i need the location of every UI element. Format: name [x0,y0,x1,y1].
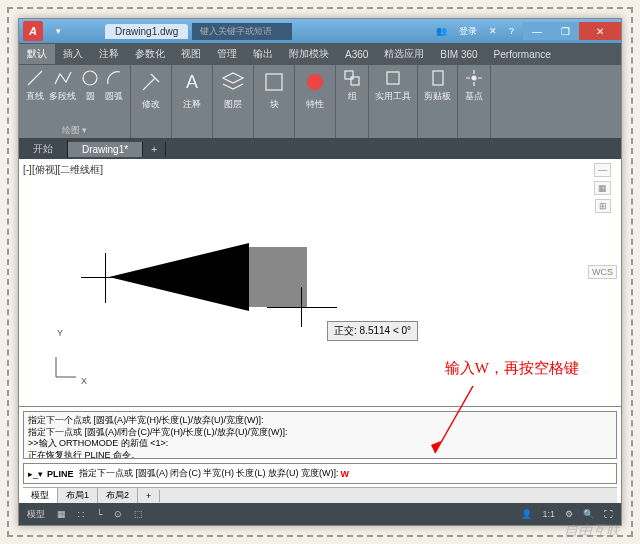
snap-icon[interactable]: ⸬ [76,509,86,520]
crosshair-v1 [105,253,106,303]
viewport-label[interactable]: [-][俯视][二维线框] [23,163,103,177]
tool-group[interactable]: 组 [342,68,362,103]
svg-point-0 [83,71,97,85]
minimize-button[interactable]: — [523,22,551,40]
tool-polyline[interactable]: 多段线 [49,68,76,103]
layout-add-icon[interactable]: + [138,490,160,502]
gear-icon[interactable]: ⚙ [563,509,575,519]
tool-modify[interactable]: 修改 [137,68,165,111]
viewport-controls: — ▦ ⊞ WCS [588,163,617,279]
input-tooltip: 正交: 8.5114 < 0° [327,321,418,341]
command-input-value: W [340,469,349,479]
layout-1[interactable]: 布局1 [58,488,98,503]
wcs-label: WCS [588,265,617,279]
ortho-icon[interactable]: └ [94,509,104,519]
ribbon: 直线 多段线 圆 圆弧 绘图 ▾ 修改 A注释 图层 块 特性 组 实用工具 剪… [19,65,621,139]
svg-point-8 [472,76,476,80]
tab-parametric[interactable]: 参数化 [127,44,173,64]
tool-circle[interactable]: 圆 [80,68,100,103]
command-line-input[interactable]: ▸_▾ PLINE 指定下一点或 [圆弧(A) 闭合(C) 半宽(H) 长度(L… [23,463,617,484]
annotation-text: 输入W，再按空格键 [445,359,579,378]
tool-layer[interactable]: 图层 [219,68,247,111]
command-history: 指定下一个点或 [圆弧(A)/半宽(H)/长度(L)/放弃(U)/宽度(W)]:… [23,411,617,459]
file-tabs: 开始 Drawing1* + [19,139,621,159]
tool-properties[interactable]: 特性 [301,68,329,111]
panel-modify: 修改 [131,65,172,138]
tab-manage[interactable]: 管理 [209,44,245,64]
quick-access-toolbar: ▾ [51,24,65,38]
vp-nav-icon[interactable]: ⊞ [595,199,611,213]
document-title: Drawing1.dwg [105,24,188,39]
tab-featured[interactable]: 精选应用 [376,44,432,64]
help-icon[interactable]: ? [506,26,517,36]
tool-block[interactable]: 块 [260,68,288,111]
panel-properties: 特性 [295,65,336,138]
tab-default[interactable]: 默认 [19,44,55,64]
panel-group: 组 [336,65,369,138]
tab-start[interactable]: 开始 [19,140,68,158]
ribbon-tabs: 默认 插入 注释 参数化 视图 管理 输出 附加模块 A360 精选应用 BIM… [19,43,621,65]
qat-dropdown-icon[interactable]: ▾ [51,24,65,38]
osnap-icon[interactable]: ⬚ [132,509,145,519]
tab-output[interactable]: 输出 [245,44,281,64]
user-icon[interactable]: 👥 [433,26,450,36]
zoom-icon[interactable]: 🔍 [581,509,596,519]
tool-annotate[interactable]: A注释 [178,68,206,111]
fullscreen-icon[interactable]: ⛶ [602,509,615,519]
viewcube-icon[interactable]: ▦ [594,181,611,195]
crosshair-h2 [267,307,337,308]
drawing-rect [249,247,307,307]
tab-view[interactable]: 视图 [173,44,209,64]
status-user-icon[interactable]: 👤 [519,509,534,519]
tab-addins[interactable]: 附加模块 [281,44,337,64]
svg-text:A: A [186,72,198,92]
tab-bim360[interactable]: BIM 360 [432,46,485,63]
polar-icon[interactable]: ⊙ [112,509,124,519]
svg-rect-6 [387,72,399,84]
tool-basepoint[interactable]: 基点 [464,68,484,103]
tool-utilities[interactable]: 实用工具 [375,68,411,103]
grid-icon[interactable]: ▦ [55,509,68,519]
svg-rect-7 [433,71,443,85]
annotation-arrow-icon [423,381,483,461]
svg-rect-4 [345,71,353,79]
login-link[interactable]: 登录 [456,25,480,38]
layout-model[interactable]: 模型 [23,488,58,503]
tab-performance[interactable]: Performance [486,46,559,63]
ucs-icon: Y X [51,352,81,384]
tab-insert[interactable]: 插入 [55,44,91,64]
tab-new-icon[interactable]: + [143,142,166,157]
drawing-canvas[interactable]: [-][俯视][二维线框] — ▦ ⊞ WCS 正交: 8.5114 < 0° … [19,159,621,407]
panel-base: 基点 [458,65,491,138]
svg-point-3 [307,74,323,90]
panel-layer: 图层 [213,65,254,138]
exchange-icon[interactable]: ✕ [486,26,500,36]
panel-annotate: A注释 [172,65,213,138]
crosshair-h1 [81,277,131,278]
layout-tabs: 模型 布局1 布局2 + [23,487,617,503]
panel-clipboard: 剪贴板 [418,65,458,138]
vp-minus-icon[interactable]: — [594,163,611,177]
svg-rect-2 [266,74,282,90]
tab-drawing1[interactable]: Drawing1* [68,142,143,157]
panel-draw-label: 绘图 ▾ [62,122,88,137]
tool-clipboard[interactable]: 剪贴板 [424,68,451,103]
tab-annotate[interactable]: 注释 [91,44,127,64]
status-model[interactable]: 模型 [25,508,47,521]
scale-icon[interactable]: 1:1 [540,509,557,519]
panel-utilities: 实用工具 [369,65,418,138]
crosshair-v2 [301,287,302,327]
tool-line[interactable]: 直线 [25,68,45,103]
app-icon[interactable]: A [23,21,43,41]
help-search-input[interactable]: 键入关键字或短语 [192,23,292,40]
title-bar: A ▾ Drawing1.dwg 键入关键字或短语 👥 登录 ✕ ? — ❐ ✕ [19,19,621,43]
tool-arc[interactable]: 圆弧 [104,68,124,103]
panel-draw: 直线 多段线 圆 圆弧 绘图 ▾ [19,65,131,138]
close-button[interactable]: ✕ [579,22,621,40]
maximize-button[interactable]: ❐ [551,22,579,40]
status-bar: 模型 ▦ ⸬ └ ⊙ ⬚ 👤 1:1 ⚙ 🔍 ⛶ [19,503,621,525]
svg-rect-5 [351,77,359,85]
tab-a360[interactable]: A360 [337,46,376,63]
panel-block: 块 [254,65,295,138]
layout-2[interactable]: 布局2 [98,488,138,503]
